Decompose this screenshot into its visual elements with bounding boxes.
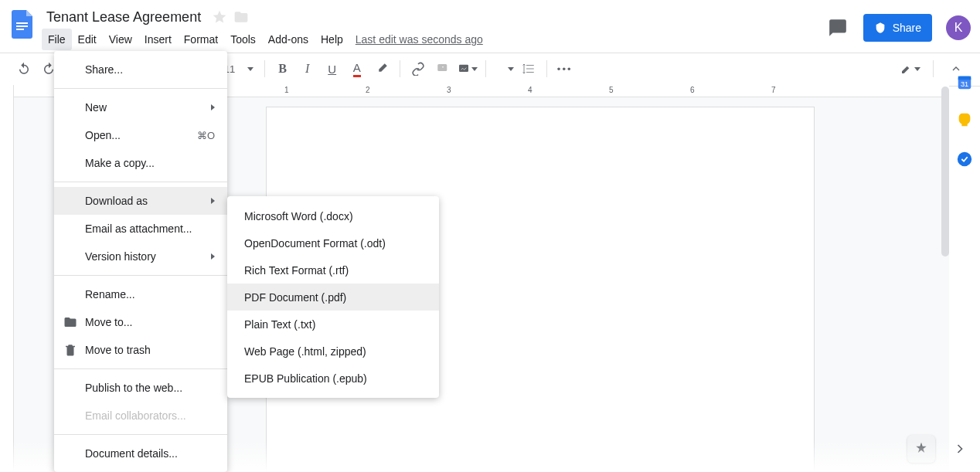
menu-format[interactable]: Format bbox=[178, 29, 224, 50]
download-epub[interactable]: EPUB Publication (.epub) bbox=[227, 365, 439, 392]
share-button[interactable]: Share bbox=[863, 14, 932, 42]
side-panel: 31 bbox=[949, 54, 980, 168]
file-email-collab: Email collaborators... bbox=[54, 402, 227, 430]
underline-icon[interactable]: U bbox=[322, 59, 342, 79]
chevron-right-icon bbox=[211, 198, 215, 204]
bold-icon[interactable]: B bbox=[273, 59, 293, 79]
text-color-icon[interactable]: A bbox=[347, 59, 367, 79]
svg-rect-3 bbox=[437, 64, 447, 71]
file-rename[interactable]: Rename... bbox=[54, 280, 227, 308]
undo-icon[interactable] bbox=[14, 59, 34, 79]
svg-rect-2 bbox=[16, 29, 24, 30]
file-open[interactable]: Open...⌘O bbox=[54, 121, 227, 149]
svg-point-8 bbox=[958, 152, 971, 166]
menu-addons[interactable]: Add-ons bbox=[262, 29, 315, 50]
more-icon[interactable]: ••• bbox=[555, 59, 575, 79]
docs-logo-icon[interactable] bbox=[9, 9, 37, 40]
tasks-icon[interactable] bbox=[955, 150, 974, 168]
menu-insert[interactable]: Insert bbox=[138, 29, 178, 50]
file-publish[interactable]: Publish to the web... bbox=[54, 374, 227, 402]
file-download-as[interactable]: Download as bbox=[54, 187, 227, 215]
vertical-ruler bbox=[0, 85, 14, 472]
download-pdf[interactable]: PDF Document (.pdf) bbox=[227, 284, 439, 311]
download-docx[interactable]: Microsoft Word (.docx) bbox=[227, 202, 439, 229]
line-spacing-icon[interactable] bbox=[519, 59, 539, 79]
menu-view[interactable]: View bbox=[103, 29, 138, 50]
file-move-trash[interactable]: Move to trash bbox=[54, 336, 227, 364]
download-html[interactable]: Web Page (.html, zipped) bbox=[227, 338, 439, 365]
menu-tools[interactable]: Tools bbox=[224, 29, 262, 50]
chevron-right-icon[interactable] bbox=[952, 441, 968, 460]
svg-rect-1 bbox=[16, 25, 28, 27]
file-make-copy[interactable]: Make a copy... bbox=[54, 149, 227, 177]
titlebar: Tenant Lease Agreement File Edit View In… bbox=[0, 0, 980, 51]
file-share[interactable]: Share... bbox=[54, 56, 227, 83]
menu-edit[interactable]: Edit bbox=[72, 29, 103, 50]
download-txt[interactable]: Plain Text (.txt) bbox=[227, 311, 439, 338]
trash-icon bbox=[63, 343, 77, 357]
svg-text:31: 31 bbox=[961, 80, 968, 88]
menu-bar: File Edit View Insert Format Tools Add-o… bbox=[42, 28, 826, 51]
file-email-attachment[interactable]: Email as attachment... bbox=[54, 215, 227, 243]
insert-link-icon[interactable] bbox=[408, 59, 428, 79]
align-icon[interactable] bbox=[494, 59, 514, 79]
share-label: Share bbox=[893, 22, 921, 34]
keep-icon[interactable] bbox=[955, 111, 974, 130]
doc-title[interactable]: Tenant Lease Agreement bbox=[42, 8, 206, 27]
insert-comment-icon[interactable] bbox=[433, 59, 453, 79]
download-rtf[interactable]: Rich Text Format (.rtf) bbox=[227, 256, 439, 284]
avatar[interactable]: K bbox=[946, 15, 971, 40]
download-odt[interactable]: OpenDocument Format (.odt) bbox=[227, 229, 439, 256]
chevron-right-icon bbox=[211, 253, 215, 260]
last-edit-link[interactable]: Last edit was seconds ago bbox=[356, 33, 483, 46]
calendar-icon[interactable]: 31 bbox=[955, 73, 974, 91]
folder-icon[interactable] bbox=[233, 9, 249, 25]
scrollbar-thumb[interactable] bbox=[941, 87, 949, 256]
svg-rect-4 bbox=[459, 65, 468, 72]
menu-help[interactable]: Help bbox=[315, 29, 349, 50]
file-document-details[interactable]: Document details... bbox=[54, 440, 227, 467]
file-menu-dropdown: Share... New Open...⌘O Make a copy... Do… bbox=[54, 51, 227, 472]
download-submenu: Microsoft Word (.docx) OpenDocument Form… bbox=[227, 196, 439, 398]
file-new[interactable]: New bbox=[54, 93, 227, 121]
editing-mode-icon[interactable] bbox=[900, 59, 920, 79]
star-icon[interactable] bbox=[212, 9, 227, 25]
chevron-right-icon bbox=[211, 104, 215, 110]
menu-file[interactable]: File bbox=[42, 29, 72, 50]
italic-icon[interactable]: I bbox=[298, 59, 318, 79]
file-move-to[interactable]: Move to... bbox=[54, 308, 227, 336]
svg-rect-6 bbox=[958, 76, 971, 80]
explore-button[interactable] bbox=[907, 435, 935, 463]
file-version-history[interactable]: Version history bbox=[54, 243, 227, 270]
comments-icon[interactable] bbox=[826, 16, 849, 39]
svg-rect-0 bbox=[16, 22, 28, 24]
highlight-icon[interactable] bbox=[372, 59, 392, 79]
folder-icon bbox=[63, 315, 77, 329]
insert-image-icon[interactable] bbox=[458, 59, 478, 79]
